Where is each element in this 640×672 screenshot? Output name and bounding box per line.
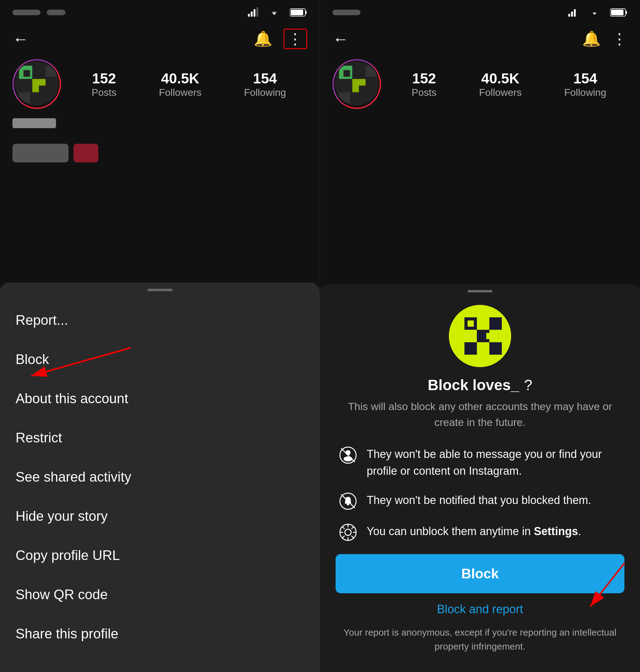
block-dialog-avatar bbox=[336, 305, 624, 367]
profile-section-right: 152 Posts 40.5K Followers 154 Following bbox=[320, 53, 640, 121]
svg-rect-43 bbox=[468, 320, 474, 327]
dialog-handle bbox=[468, 290, 492, 293]
status-icons-right bbox=[568, 7, 628, 18]
svg-rect-19 bbox=[571, 12, 573, 17]
followers-stat-right: 40.5K Followers bbox=[479, 70, 522, 98]
top-nav-right: ← 🔔 ⋮ bbox=[320, 25, 640, 53]
block-dialog: Block loves_ ? This will also block any … bbox=[320, 284, 640, 672]
no-message-icon bbox=[339, 446, 357, 464]
svg-rect-2 bbox=[254, 9, 256, 17]
svg-rect-29 bbox=[343, 70, 350, 76]
about-account-menu-item[interactable]: About this account bbox=[0, 379, 320, 418]
top-nav-left: ← 🔔 ⋮ bbox=[0, 25, 320, 53]
block-and-report-link[interactable]: Block and report bbox=[336, 603, 624, 616]
svg-rect-42 bbox=[489, 342, 502, 355]
battery-icon bbox=[290, 8, 307, 17]
followers-stat-left: 40.5K Followers bbox=[159, 70, 201, 98]
svg-rect-0 bbox=[248, 14, 250, 17]
svg-rect-22 bbox=[626, 11, 627, 14]
status-icons-left bbox=[247, 7, 307, 18]
signal-icon bbox=[247, 7, 259, 18]
svg-rect-37 bbox=[464, 330, 477, 342]
svg-rect-9 bbox=[32, 66, 46, 79]
info-unblock-settings: You can unblock them anytime in Settings… bbox=[336, 523, 624, 542]
right-panel: ← 🔔 ⋮ bbox=[320, 0, 640, 672]
sheet-handle-left bbox=[148, 289, 172, 291]
status-bar-right bbox=[320, 0, 640, 25]
share-profile-menu-item[interactable]: Share this profile bbox=[0, 614, 320, 653]
dialog-title-row: Block loves_ ? bbox=[336, 376, 624, 393]
options-bottom-sheet: Report... Block About this account Restr… bbox=[0, 283, 320, 672]
back-button-right[interactable]: ← bbox=[332, 30, 349, 48]
more-dots-icon-right[interactable]: ⋮ bbox=[612, 30, 628, 48]
stats-row-left: 152 Posts 40.5K Followers 154 Following bbox=[70, 70, 307, 98]
wifi-icon bbox=[268, 7, 280, 18]
wifi-icon-right bbox=[588, 8, 601, 17]
svg-rect-14 bbox=[45, 66, 57, 77]
svg-rect-32 bbox=[339, 92, 350, 103]
restrict-menu-item[interactable]: Restrict bbox=[0, 418, 320, 457]
avatar-image-right bbox=[335, 61, 379, 105]
svg-rect-26 bbox=[352, 66, 366, 79]
avatar-left[interactable] bbox=[12, 59, 61, 109]
svg-line-59 bbox=[351, 536, 354, 538]
info-no-message: They won't be able to message you or fin… bbox=[336, 446, 624, 479]
signal-icon-right bbox=[568, 7, 579, 18]
posts-stat-left: 152 Posts bbox=[91, 70, 116, 98]
no-notify-icon bbox=[339, 492, 357, 510]
status-bar-left bbox=[0, 0, 320, 25]
svg-rect-30 bbox=[359, 86, 368, 94]
svg-rect-3 bbox=[257, 8, 258, 17]
svg-rect-18 bbox=[568, 14, 570, 17]
svg-rect-35 bbox=[477, 317, 489, 330]
svg-point-47 bbox=[346, 450, 350, 455]
svg-rect-41 bbox=[477, 342, 489, 355]
svg-rect-50 bbox=[347, 504, 349, 505]
posts-stat-right: 152 Posts bbox=[411, 70, 436, 98]
svg-rect-23 bbox=[611, 10, 624, 15]
following-stat-right: 154 Following bbox=[564, 70, 606, 98]
shared-activity-menu-item[interactable]: See shared activity bbox=[0, 457, 320, 496]
svg-rect-40 bbox=[464, 342, 477, 355]
back-button-left[interactable]: ← bbox=[12, 30, 29, 48]
copy-url-menu-item[interactable]: Copy profile URL bbox=[0, 536, 320, 575]
svg-rect-27 bbox=[339, 79, 352, 92]
left-panel: ← 🔔 ⋮ bbox=[0, 0, 320, 672]
svg-rect-36 bbox=[489, 317, 502, 330]
status-time bbox=[12, 10, 41, 15]
svg-line-60 bbox=[351, 527, 354, 529]
svg-rect-5 bbox=[305, 11, 307, 14]
qr-code-menu-item[interactable]: Show QR code bbox=[0, 575, 320, 614]
report-menu-item[interactable]: Report... bbox=[0, 300, 320, 340]
block-confirm-button[interactable]: Block bbox=[336, 554, 624, 593]
svg-rect-10 bbox=[19, 79, 32, 92]
svg-rect-6 bbox=[291, 10, 303, 15]
svg-point-48 bbox=[344, 457, 352, 461]
svg-rect-13 bbox=[39, 86, 48, 94]
svg-rect-12 bbox=[23, 70, 30, 76]
notifications-icon-left[interactable]: 🔔 bbox=[254, 30, 272, 48]
svg-rect-20 bbox=[574, 9, 576, 17]
more-menu-button-highlighted[interactable]: ⋮ bbox=[283, 29, 307, 49]
action-buttons-area bbox=[0, 137, 320, 169]
battery-icon-right bbox=[610, 8, 628, 17]
hide-story-menu-item[interactable]: Hide your story bbox=[0, 496, 320, 536]
status-info bbox=[47, 10, 66, 15]
avatar-right[interactable] bbox=[332, 59, 381, 109]
stats-row-right: 152 Posts 40.5K Followers 154 Following bbox=[390, 70, 628, 98]
info-no-notify: They won't be notified that you blocked … bbox=[336, 492, 624, 510]
notifications-icon-right[interactable]: 🔔 bbox=[582, 30, 601, 48]
svg-line-58 bbox=[343, 527, 345, 529]
svg-point-52 bbox=[345, 529, 351, 535]
avatar-image-left bbox=[15, 61, 59, 105]
more-dots-icon: ⋮ bbox=[288, 31, 303, 47]
svg-rect-15 bbox=[19, 92, 30, 103]
svg-rect-44 bbox=[486, 333, 492, 339]
status-time-right bbox=[332, 10, 361, 15]
svg-line-51 bbox=[341, 494, 355, 508]
block-menu-item[interactable]: Block bbox=[0, 340, 320, 379]
svg-rect-31 bbox=[365, 66, 377, 77]
block-dialog-avatar-image bbox=[449, 305, 511, 367]
svg-line-61 bbox=[343, 536, 345, 538]
username-placeholder-left bbox=[12, 118, 56, 128]
